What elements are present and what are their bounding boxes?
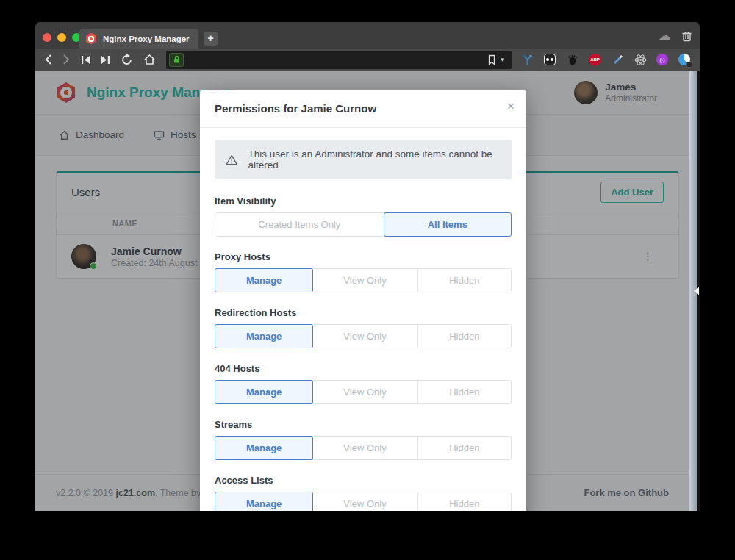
visibility-created-items-only[interactable]: Created Items Only <box>215 213 384 236</box>
adblock-plus-icon[interactable]: ABP <box>589 54 601 66</box>
sync-cloud-icon[interactable]: ☁ <box>659 28 671 43</box>
browser-titlebar: Nginx Proxy Manager + ☁ <box>35 22 700 49</box>
web-page: Nginx Proxy Manager James Administrator … <box>35 71 700 511</box>
minimize-window-button[interactable] <box>57 33 66 42</box>
section-redirection-hosts: Redirection Hosts Manage View Only Hidde… <box>215 307 512 348</box>
redirection-hosts-hidden[interactable]: Hidden <box>418 325 511 348</box>
proxy-hosts-hidden[interactable]: Hidden <box>418 269 511 292</box>
back-icon[interactable] <box>44 54 52 65</box>
redirection-hosts-manage[interactable]: Manage <box>215 324 313 348</box>
visibility-all-items[interactable]: All Items <box>384 212 512 237</box>
window-controls <box>43 33 81 42</box>
home-icon[interactable] <box>143 54 156 65</box>
fork-extension-icon[interactable] <box>520 53 534 66</box>
section-proxy-hosts: Proxy Hosts Manage View Only Hidden <box>215 251 512 292</box>
section-access-lists: Access Lists Manage View Only Hidden <box>215 475 512 511</box>
panel-toggle-arrow-icon[interactable] <box>694 287 699 295</box>
address-bar[interactable]: ▾ <box>166 51 512 69</box>
bookmark-caret-icon[interactable]: ▾ <box>501 56 504 63</box>
privacy-extension-icon[interactable] <box>678 53 691 66</box>
404-hosts-manage[interactable]: Manage <box>215 380 313 404</box>
browser-window: Nginx Proxy Manager + ☁ <box>35 22 700 511</box>
browser-toolbar: ▾ ABP (-) <box>35 49 700 71</box>
foot-extension-icon[interactable] <box>566 53 579 66</box>
access-lists-hidden[interactable]: Hidden <box>418 492 511 511</box>
tab-title: Nginx Proxy Manager <box>103 35 190 43</box>
404-hosts-hidden[interactable]: Hidden <box>418 381 511 403</box>
proxy-hosts-view-only[interactable]: View Only <box>312 269 417 292</box>
warning-triangle-icon <box>226 154 237 166</box>
access-lists-view-only[interactable]: View Only <box>312 492 417 511</box>
trash-icon[interactable] <box>681 30 692 42</box>
purple-extension-icon[interactable]: (-) <box>656 54 668 65</box>
section-item-visibility: Item Visibility Created Items Only All I… <box>215 195 512 237</box>
tampermonkey-icon[interactable] <box>543 53 556 66</box>
access-lists-manage[interactable]: Manage <box>215 492 313 511</box>
streams-manage[interactable]: Manage <box>215 436 313 460</box>
reload-icon[interactable] <box>121 54 133 66</box>
react-devtools-icon[interactable] <box>634 53 647 66</box>
screenshot-root: { "colors": { "accent_blue": "#467fcf", … <box>0 0 735 560</box>
fast-forward-icon[interactable] <box>101 55 110 65</box>
section-404-hosts: 404 Hosts Manage View Only Hidden <box>215 363 512 404</box>
modal-title: Permissions for Jamie Curnow <box>215 102 376 115</box>
close-icon[interactable]: × <box>507 100 514 112</box>
streams-hidden[interactable]: Hidden <box>418 437 511 459</box>
permissions-modal: Permissions for Jamie Curnow × This user… <box>200 90 526 511</box>
admin-alert-text: This user is an Administrator and some i… <box>248 148 501 170</box>
redirection-hosts-view-only[interactable]: View Only <box>312 325 417 348</box>
bookmark-icon[interactable] <box>487 54 496 65</box>
https-lock-icon[interactable] <box>169 53 184 67</box>
browser-tab[interactable]: Nginx Proxy Manager <box>79 29 198 49</box>
streams-view-only[interactable]: View Only <box>312 437 417 459</box>
404-hosts-view-only[interactable]: View Only <box>312 381 417 403</box>
rewind-icon[interactable] <box>81 55 90 65</box>
pen-extension-icon[interactable] <box>611 53 624 66</box>
proxy-hosts-manage[interactable]: Manage <box>215 268 313 292</box>
npm-favicon <box>85 33 97 45</box>
extension-icons: ABP (-) <box>520 53 691 66</box>
new-tab-button[interactable]: + <box>204 32 218 46</box>
section-streams: Streams Manage View Only Hidden <box>215 419 512 460</box>
forward-icon[interactable] <box>62 54 71 65</box>
admin-alert: This user is an Administrator and some i… <box>215 140 512 179</box>
close-window-button[interactable] <box>43 33 51 42</box>
